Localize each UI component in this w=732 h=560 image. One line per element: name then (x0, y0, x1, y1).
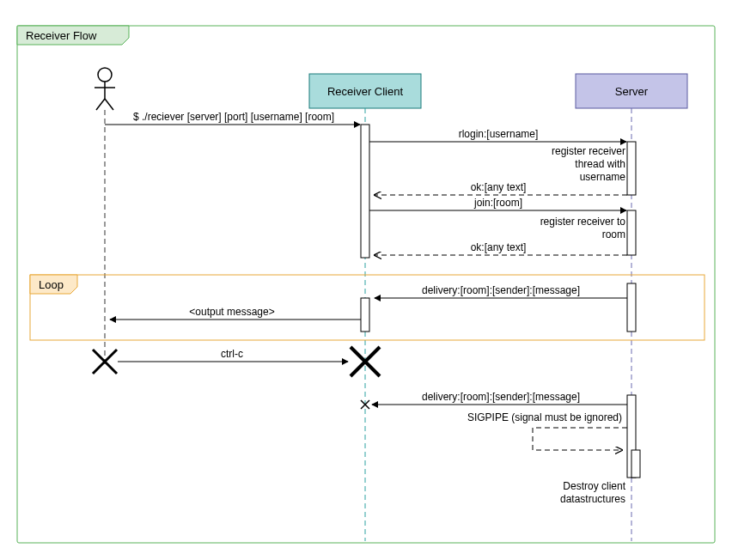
loop-label: Loop (39, 278, 64, 291)
msg8-label: ctrl-c (221, 348, 243, 360)
note3a: Destroy client (563, 480, 625, 492)
server-activation-5 (631, 450, 640, 478)
note3b: datastructures (560, 493, 625, 505)
server-activation-2 (627, 210, 636, 255)
msg3-label: ok:[any text] (471, 181, 527, 193)
msg6-label: delivery:[room]:[sender]:[message] (422, 284, 580, 296)
msg2-label: rlogin:[username] (459, 128, 539, 140)
server-activation-3 (627, 283, 636, 332)
msg1-label: $ ./reciever [server] [port] [username] … (133, 111, 334, 123)
note1b: thread with (575, 158, 625, 170)
frame-title: Receiver Flow (26, 29, 97, 42)
note1c: username (580, 171, 626, 183)
msg10-label: SIGPIPE (signal must be ignored) (467, 411, 622, 423)
receiver-activation-1 (361, 125, 369, 258)
server-participant-label: Server (615, 85, 649, 98)
note2a: register receiver to (540, 216, 626, 228)
note1a: register receiver (552, 145, 625, 157)
msg4-label: join:[room] (473, 197, 522, 209)
msg9-label: delivery:[room]:[sender]:[message] (422, 391, 580, 403)
msg7-label: <output message> (189, 306, 274, 318)
receiver-participant-label: Receiver Client (327, 85, 404, 98)
msg5-label: ok:[any text] (471, 241, 527, 253)
server-activation-1 (627, 142, 636, 195)
receiver-activation-2 (361, 298, 369, 332)
note2b: room (602, 228, 625, 240)
sequence-diagram: Receiver Flow Receiver Client Server $ .… (0, 0, 732, 560)
